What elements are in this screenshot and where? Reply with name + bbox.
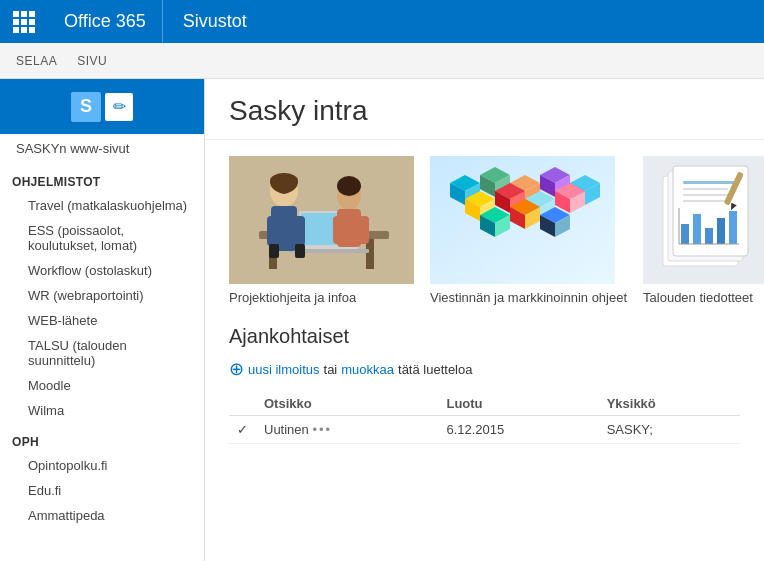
nav-sivu[interactable]: SIVU bbox=[77, 44, 107, 78]
svg-rect-66 bbox=[705, 228, 713, 244]
app-title[interactable]: Office 365 bbox=[48, 0, 163, 43]
sidebar-item-wilma[interactable]: Wilma bbox=[0, 398, 204, 423]
news-table-header-row: Otsikko Luotu Yksikkö bbox=[229, 392, 740, 416]
svg-rect-63 bbox=[683, 200, 725, 202]
svg-rect-11 bbox=[269, 244, 279, 258]
top-bar: Office 365 Sivustot bbox=[0, 0, 764, 43]
sidebar-item-edu[interactable]: Edu.fi bbox=[0, 478, 204, 503]
card-talous[interactable]: Talouden tiedotteet bbox=[643, 156, 764, 305]
svg-rect-65 bbox=[693, 214, 701, 244]
svg-rect-62 bbox=[683, 194, 733, 196]
add-suffix-text: tätä luetteloa bbox=[398, 362, 472, 377]
row-title-text[interactable]: Uutinen bbox=[264, 422, 309, 437]
svg-rect-16 bbox=[359, 216, 369, 244]
col-unit-header: Yksikkö bbox=[599, 392, 740, 416]
section-title: Sivustot bbox=[163, 0, 267, 43]
apps-image bbox=[430, 156, 615, 284]
card-projektiohjeita[interactable]: Projektiohjeita ja infoa bbox=[229, 156, 414, 305]
svg-rect-3 bbox=[366, 239, 374, 269]
svg-rect-64 bbox=[681, 224, 689, 244]
logo-inner: S ✏ bbox=[71, 92, 133, 122]
table-row: ✓ Uutinen ••• 6.12.2015 SASKY; bbox=[229, 416, 740, 444]
sidebar-item-wr[interactable]: WR (webraportointi) bbox=[0, 283, 204, 308]
svg-rect-10 bbox=[293, 216, 305, 246]
card-label-viestinta: Viestinnän ja markkinoinnin ohjeet bbox=[430, 290, 627, 305]
card-viestinta[interactable]: Viestinnän ja markkinoinnin ohjeet bbox=[430, 156, 627, 305]
svg-rect-12 bbox=[295, 244, 305, 258]
svg-point-17 bbox=[337, 176, 361, 196]
sidebar: S ✏ SASKYn www-sivut OHJELMISTOT Travel … bbox=[0, 79, 205, 561]
sidebar-section-oph: OPH bbox=[0, 427, 204, 453]
row-date: 6.12.2015 bbox=[438, 416, 598, 444]
news-section: Ajankohtaiset ⊕ uusi ilmoitus tai muokka… bbox=[205, 321, 764, 460]
sidebar-item-web-lahete[interactable]: WEB-lähete bbox=[0, 308, 204, 333]
edit-list-link[interactable]: muokkaa bbox=[341, 362, 394, 377]
add-or-text: tai bbox=[324, 362, 338, 377]
row-dots-menu[interactable]: ••• bbox=[312, 422, 332, 437]
nav-selaa[interactable]: SELAA bbox=[16, 44, 57, 78]
news-title: Ajankohtaiset bbox=[229, 325, 740, 348]
sidebar-item-ammattipeda[interactable]: Ammattipeda bbox=[0, 503, 204, 528]
svg-rect-68 bbox=[729, 211, 737, 244]
col-date-header: Luotu bbox=[438, 392, 598, 416]
sidebar-item-travel[interactable]: Travel (matkalaskuohjelma) bbox=[0, 193, 204, 218]
col-title-header: Otsikko bbox=[256, 392, 438, 416]
content-header: Sasky intra bbox=[205, 79, 764, 140]
row-unit: SASKY; bbox=[599, 416, 740, 444]
svg-rect-60 bbox=[683, 181, 738, 184]
secondary-nav: SELAA SIVU bbox=[0, 43, 764, 79]
sidebar-www-link[interactable]: SASKYn www-sivut bbox=[0, 134, 204, 163]
logo-cube-icon: S bbox=[71, 92, 101, 122]
card-label-projektiohjeita: Projektiohjeita ja infoa bbox=[229, 290, 414, 305]
sidebar-item-ess[interactable]: ESS (poissaolot, koulutukset, lomat) bbox=[0, 218, 204, 258]
svg-rect-61 bbox=[683, 188, 728, 190]
col-check bbox=[229, 392, 256, 416]
row-check[interactable]: ✓ bbox=[229, 416, 256, 444]
sidebar-logo: S ✏ bbox=[0, 79, 204, 134]
news-table: Otsikko Luotu Yksikkö ✓ Uutinen ••• 6.12… bbox=[229, 392, 740, 444]
news-add-row: ⊕ uusi ilmoitus tai muokkaa tätä luettel… bbox=[229, 358, 740, 380]
sidebar-item-opintopolku[interactable]: Opintopolku.fi bbox=[0, 453, 204, 478]
svg-rect-67 bbox=[717, 218, 725, 244]
main-layout: S ✏ SASKYn www-sivut OHJELMISTOT Travel … bbox=[0, 79, 764, 561]
waffle-menu-button[interactable] bbox=[0, 0, 48, 43]
svg-rect-15 bbox=[333, 216, 343, 244]
sidebar-item-moodle[interactable]: Moodle bbox=[0, 373, 204, 398]
finance-image bbox=[643, 156, 764, 284]
logo-pencil-icon: ✏ bbox=[105, 93, 133, 121]
sidebar-section-ohjelmistot: OHJELMISTOT bbox=[0, 167, 204, 193]
svg-rect-9 bbox=[267, 216, 279, 246]
people-image bbox=[229, 156, 414, 284]
new-announcement-link[interactable]: uusi ilmoitus bbox=[248, 362, 320, 377]
sidebar-item-workflow[interactable]: Workflow (ostolaskut) bbox=[0, 258, 204, 283]
add-icon[interactable]: ⊕ bbox=[229, 358, 244, 380]
card-label-talous: Talouden tiedotteet bbox=[643, 290, 764, 305]
row-title: Uutinen ••• bbox=[256, 416, 438, 444]
page-title: Sasky intra bbox=[229, 95, 740, 127]
content-area: Sasky intra bbox=[205, 79, 764, 561]
waffle-icon bbox=[13, 11, 35, 33]
image-cards-row: Projektiohjeita ja infoa bbox=[205, 140, 764, 321]
sidebar-item-talsu[interactable]: TALSU (talouden suunnittelu) bbox=[0, 333, 204, 373]
